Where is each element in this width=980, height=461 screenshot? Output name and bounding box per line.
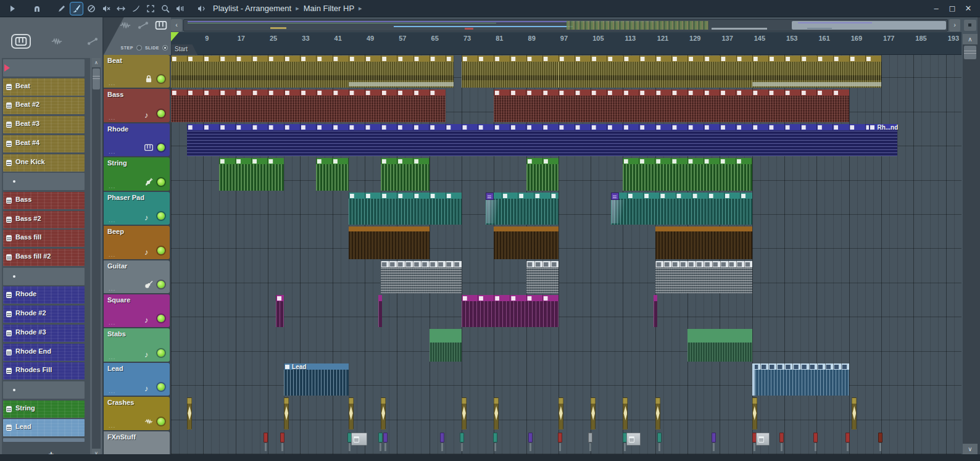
close-button[interactable]: ✕ — [960, 1, 976, 16]
clip-fxnstuff[interactable] — [558, 433, 562, 442]
clip-beat[interactable] — [559, 56, 752, 88]
slice-tool-icon[interactable] — [129, 2, 143, 15]
pattern-list-item-partial[interactable] — [3, 438, 85, 442]
clip-stabs[interactable] — [687, 329, 752, 361]
clip-fxnstuff[interactable] — [378, 433, 383, 442]
playhead-marker[interactable] — [171, 32, 179, 41]
clip-fxnstuff[interactable] — [440, 433, 444, 442]
track-header-stabs[interactable]: Stabs...♪ — [104, 328, 170, 361]
clip-stabs[interactable] — [430, 329, 462, 361]
clip-fxnstuff[interactable] — [460, 433, 464, 442]
scroll-up-button[interactable]: ∧ — [92, 58, 101, 67]
automation-clip-overlay[interactable] — [611, 193, 629, 225]
clip-fxnstuff[interactable] — [845, 433, 850, 442]
start-marker[interactable]: Start — [172, 44, 197, 55]
track-enable-led[interactable] — [157, 383, 165, 391]
clip-guitar[interactable] — [655, 261, 752, 293]
track-enable-led[interactable] — [157, 281, 165, 288]
pattern-list-item[interactable]: Beat — [3, 78, 85, 96]
track-header-beep[interactable]: Beep...♪ — [104, 226, 170, 259]
clip-crashes[interactable] — [381, 397, 386, 429]
clip-square[interactable] — [462, 295, 559, 327]
scroll-left-button[interactable]: ‹ — [171, 19, 182, 31]
pattern-list-item[interactable]: Bass fill — [3, 230, 85, 247]
playlist-grid[interactable]: Rh...ndLead — [171, 55, 961, 454]
track-header-phaser-pad[interactable]: Phaser Pad...♪ — [104, 192, 170, 225]
clip-crashes[interactable] — [655, 397, 660, 429]
track-enable-led[interactable] — [157, 178, 165, 186]
paint-tool-icon[interactable] — [70, 2, 83, 15]
playlist-tab-automation-icon[interactable] — [137, 20, 149, 30]
clip-phaser-pad[interactable] — [611, 193, 752, 225]
pattern-list-item[interactable]: One Kick — [3, 154, 85, 172]
clip-crashes[interactable] — [623, 397, 628, 429]
clip-crashes[interactable] — [752, 397, 757, 429]
track-header-lead[interactable]: Lead...♪ — [104, 363, 170, 396]
vertical-scrollbar[interactable]: ∧ ∨ — [963, 34, 978, 454]
clip-square[interactable] — [378, 295, 383, 327]
automation-clip-overlay[interactable] — [486, 193, 504, 225]
maximize-button[interactable]: ◻ — [944, 1, 960, 16]
clip-phaser-pad[interactable] — [349, 193, 462, 225]
clip-lead[interactable]: Lead — [284, 363, 349, 396]
clip-fxnstuff[interactable] — [779, 433, 784, 442]
track-enable-led[interactable] — [157, 247, 165, 254]
playlist-menu-button[interactable] — [964, 20, 976, 31]
clip-crashes[interactable] — [591, 397, 596, 429]
track-enable-led[interactable] — [157, 212, 165, 220]
track-header-guitar[interactable]: Guitar... — [104, 260, 170, 293]
draw-tool-icon[interactable] — [55, 2, 69, 15]
pattern-separator-item[interactable] — [3, 381, 85, 399]
clip-string[interactable] — [526, 158, 559, 190]
clip-beat[interactable] — [752, 56, 881, 88]
pattern-list-item[interactable]: Bass — [3, 192, 85, 209]
track-enable-led[interactable] — [157, 110, 165, 117]
play-tool-icon[interactable] — [6, 2, 19, 15]
clip-string[interactable] — [381, 158, 429, 190]
clip-fxnstuff[interactable] — [528, 433, 533, 442]
track-header-rhode[interactable]: Rhode... — [104, 123, 170, 156]
clip-crashes[interactable] — [462, 397, 467, 429]
pattern-list-item[interactable]: Rhodes Fill — [3, 362, 85, 380]
clip-fxnstuff[interactable] — [712, 433, 716, 442]
clip-fxnstuff[interactable] — [383, 433, 388, 442]
pattern-list-item[interactable]: Rhode End — [3, 344, 85, 361]
clip-string[interactable] — [219, 158, 284, 190]
clip-phaser-pad[interactable] — [486, 193, 559, 225]
clip-beat[interactable] — [462, 56, 559, 88]
playback-tool-icon[interactable] — [173, 2, 187, 15]
picker-tab-automation-icon[interactable] — [83, 34, 102, 49]
clip-rhode[interactable] — [187, 124, 869, 156]
pattern-list-item[interactable]: Bass #2 — [3, 211, 85, 228]
pattern-selector-row[interactable] — [3, 59, 85, 77]
clip-crashes[interactable] — [559, 397, 563, 429]
track-enable-led[interactable] — [157, 75, 165, 83]
clip-bass[interactable] — [171, 89, 446, 122]
scroll-down-button[interactable]: ∨ — [963, 444, 978, 454]
track-enable-led[interactable] — [157, 418, 165, 425]
track-header-crashes[interactable]: Crashes... — [104, 397, 170, 430]
step-toggle[interactable] — [136, 45, 142, 51]
clip-beat[interactable] — [171, 56, 349, 88]
zoom-tool-icon[interactable] — [159, 2, 172, 15]
pattern-separator-item[interactable] — [3, 173, 85, 190]
pattern-list-item[interactable]: Rhode #3 — [3, 325, 85, 342]
clip-fxnstuff[interactable] — [493, 433, 497, 442]
clip-string[interactable] — [623, 158, 752, 190]
clip-guitar[interactable] — [381, 261, 462, 293]
scrollbar-handle[interactable] — [93, 69, 100, 89]
scrollbar-handle[interactable] — [964, 46, 976, 59]
clip-fxnstuff[interactable] — [264, 433, 268, 442]
clip-crashes[interactable] — [494, 397, 499, 429]
clip-crashes[interactable] — [284, 397, 289, 429]
clip-fxnstuff[interactable] — [813, 433, 818, 442]
track-enable-led[interactable] — [157, 349, 165, 357]
pattern-list-item[interactable]: Lead — [3, 419, 85, 436]
clip-string[interactable] — [316, 158, 348, 190]
track-header-square[interactable]: Square...♪ — [104, 294, 170, 327]
pattern-list-item[interactable]: Rhode — [3, 286, 85, 304]
track-enable-led[interactable] — [157, 315, 165, 322]
minimize-button[interactable]: – — [928, 1, 944, 16]
select-tool-icon[interactable] — [144, 2, 157, 15]
pattern-list-item[interactable]: Rhode #2 — [3, 305, 85, 323]
